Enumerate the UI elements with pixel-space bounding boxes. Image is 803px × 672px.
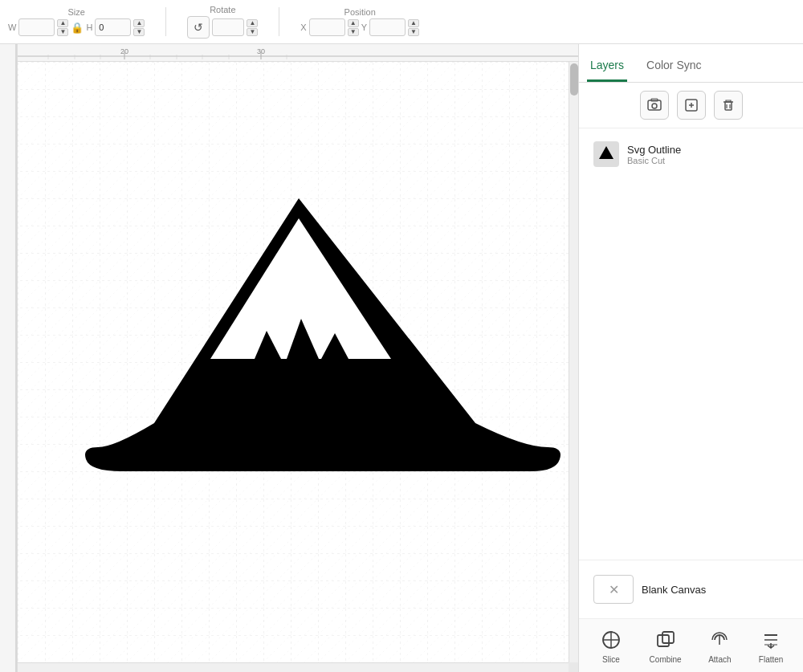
y-spinner[interactable]: ▲ ▼ <box>408 19 419 36</box>
height-spinner[interactable]: ▲ ▼ <box>133 19 145 36</box>
y-label: Y <box>361 22 367 32</box>
y-down[interactable]: ▼ <box>408 28 419 36</box>
scrollbar-right[interactable] <box>569 62 578 662</box>
svg-rect-43 <box>662 632 674 643</box>
delete-layer-button[interactable] <box>714 91 743 120</box>
layer-thumb-svg <box>595 143 618 165</box>
rotate-spinner[interactable]: ▲ ▼ <box>247 19 258 36</box>
svg-marker-38 <box>599 146 613 159</box>
x-label: X <box>300 22 306 32</box>
slice-button[interactable]: Slice <box>598 627 624 664</box>
layer-name: Svg Outline <box>627 144 789 156</box>
rotate-label: Rotate <box>210 5 235 14</box>
width-input[interactable] <box>18 18 55 36</box>
flatten-label: Flatten <box>759 655 784 664</box>
blank-canvas-label: Blank Canvas <box>642 584 706 596</box>
panel-toolbar <box>579 83 803 128</box>
layer-type: Basic Cut <box>627 156 789 165</box>
divider-2 <box>279 7 279 36</box>
attach-label: Attach <box>708 655 731 664</box>
rotate-ccw-button[interactable]: ↺ <box>187 16 210 39</box>
rotate-inputs: ↺ ▲ ▼ <box>187 16 258 39</box>
scrollbar-bottom[interactable] <box>18 662 569 672</box>
layer-thumbnail <box>593 141 619 167</box>
ruler-top-svg: 20 30 <box>0 44 578 59</box>
x-up[interactable]: ▲ <box>348 19 359 27</box>
combine-label: Combine <box>650 655 682 664</box>
blank-canvas-thumbnail <box>593 575 634 604</box>
size-label: Size <box>67 7 84 17</box>
x-down[interactable]: ▼ <box>348 28 359 36</box>
panel-spacer <box>579 351 803 560</box>
width-label: W <box>8 22 16 32</box>
x-input[interactable] <box>309 18 345 36</box>
combine-icon <box>653 627 679 653</box>
height-up[interactable]: ▲ <box>133 19 145 27</box>
svg-point-31 <box>652 104 657 108</box>
blank-canvas-item[interactable]: Blank Canvas <box>589 570 793 609</box>
ruler-top: 20 30 <box>0 44 578 62</box>
position-section: Position X ▲ ▼ Y ▲ ▼ <box>300 7 419 36</box>
y-input[interactable] <box>369 18 406 36</box>
panel-bottom-toolbar: Slice Combine <box>579 618 803 672</box>
attach-svg <box>708 629 731 651</box>
width-down[interactable]: ▼ <box>57 28 68 36</box>
panel-bottom: Blank Canvas <box>579 560 803 618</box>
ruler-left <box>0 44 18 672</box>
scrollbar-thumb-v[interactable] <box>570 63 578 96</box>
grid-canvas[interactable] <box>18 62 569 662</box>
divider-1 <box>165 7 166 36</box>
height-down[interactable]: ▼ <box>133 28 145 36</box>
lock-icon[interactable]: 🔒 <box>71 21 84 34</box>
screenshot-button[interactable] <box>640 91 669 120</box>
slice-icon <box>598 627 624 653</box>
position-label: Position <box>344 7 376 17</box>
grid-svg <box>18 62 569 662</box>
x-spinner[interactable]: ▲ ▼ <box>348 19 359 36</box>
flatten-svg <box>760 629 782 651</box>
delete-layer-icon <box>720 97 736 113</box>
rotate-up[interactable]: ▲ <box>247 19 258 27</box>
panel-tabs: Layers Color Sync <box>579 44 803 83</box>
layers-list: Svg Outline Basic Cut <box>579 128 803 351</box>
ruler-left-svg <box>2 44 18 672</box>
add-layer-icon <box>683 97 699 113</box>
height-label: H <box>86 22 92 32</box>
rotate-section: Rotate ↺ ▲ ▼ <box>187 5 258 39</box>
add-layer-button[interactable] <box>677 91 706 120</box>
slice-label: Slice <box>602 655 620 664</box>
tab-layers[interactable]: Layers <box>587 51 627 82</box>
position-inputs: X ▲ ▼ Y ▲ ▼ <box>300 18 419 36</box>
main-area: 20 30 <box>0 44 803 672</box>
y-up[interactable]: ▲ <box>408 19 419 27</box>
layer-item[interactable]: Svg Outline Basic Cut <box>589 135 793 173</box>
size-section: Size W ▲ ▼ 🔒 H ▲ ▼ <box>8 7 145 36</box>
slice-svg <box>600 629 622 651</box>
svg-rect-42 <box>658 635 669 646</box>
combine-button[interactable]: Combine <box>650 627 682 664</box>
tab-colorsync[interactable]: Color Sync <box>643 51 704 82</box>
width-up[interactable]: ▲ <box>57 19 68 27</box>
screenshot-icon <box>646 97 662 113</box>
main-toolbar: Size W ▲ ▼ 🔒 H ▲ ▼ Rotate ↺ ▲ ▼ <box>0 0 803 44</box>
flatten-button[interactable]: Flatten <box>758 627 784 664</box>
height-input[interactable] <box>95 18 131 36</box>
layer-info: Svg Outline Basic Cut <box>627 144 789 165</box>
right-panel: Layers Color Sync <box>578 44 803 672</box>
attach-button[interactable]: Attach <box>707 627 732 664</box>
flatten-icon <box>758 627 784 653</box>
size-inputs: W ▲ ▼ 🔒 H ▲ ▼ <box>8 18 145 36</box>
rotate-down[interactable]: ▼ <box>247 28 258 36</box>
rotate-input[interactable] <box>212 18 244 36</box>
svg-rect-35 <box>725 102 732 110</box>
width-spinner[interactable]: ▲ ▼ <box>57 19 68 36</box>
attach-icon <box>707 627 732 653</box>
combine-svg <box>654 629 677 651</box>
canvas-area: 20 30 <box>0 44 578 672</box>
